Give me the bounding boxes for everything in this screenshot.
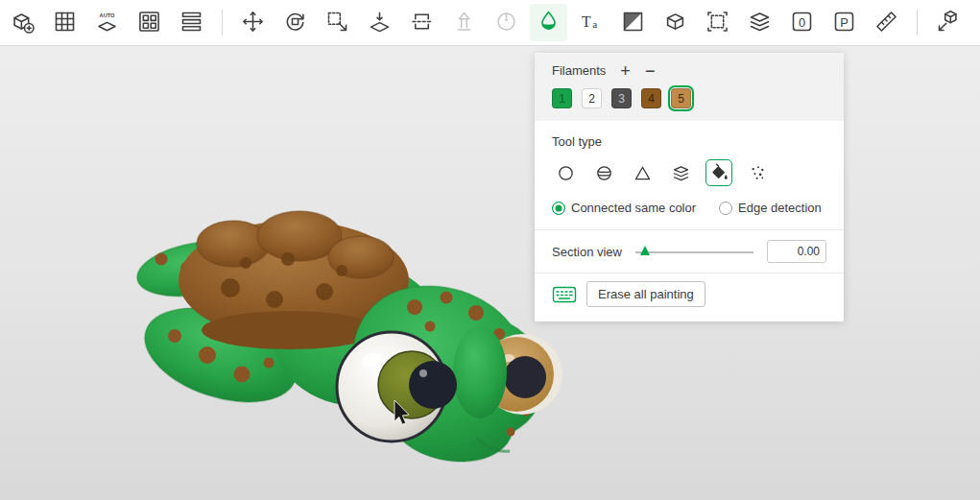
add-array-icon <box>52 9 78 37</box>
section-view-label: Section view <box>552 245 622 259</box>
top-toolbar: AUTOTa0P <box>0 0 980 46</box>
slider-thumb[interactable] <box>640 246 650 255</box>
toolbar-button-mesh-boolean[interactable] <box>657 4 694 41</box>
cut-icon <box>409 9 435 37</box>
toolbar-button-pattern[interactable] <box>614 4 652 41</box>
support-painting-icon <box>451 9 477 37</box>
add-filament-button[interactable]: + <box>620 64 631 78</box>
toolbar-button-layers[interactable] <box>741 4 778 41</box>
keyboard-shortcuts-icon[interactable] <box>552 285 577 304</box>
rotate-icon <box>282 9 308 37</box>
toolbar-button-auto-orient[interactable]: AUTO <box>88 4 126 41</box>
application-window: AUTOTa0P <box>0 0 980 500</box>
svg-text:AUTO: AUTO <box>100 12 115 18</box>
toolbar-button-move[interactable] <box>234 4 272 41</box>
add-object-icon <box>10 9 36 37</box>
toolbar-button-arrange[interactable] <box>131 4 168 41</box>
tool-triangle-button[interactable] <box>629 159 656 186</box>
tool-type-list <box>552 159 826 186</box>
option-label: Connected same color <box>571 201 696 215</box>
erase-all-painting-button[interactable]: Erase all painting <box>586 281 705 307</box>
toolbar-button-color-painting[interactable] <box>530 4 567 41</box>
tool-height-range-button[interactable] <box>667 159 694 186</box>
svg-text:P: P <box>840 14 849 29</box>
filament-swatch-list: 12345 <box>552 88 826 108</box>
color-painting-icon <box>536 9 562 37</box>
filament-swatch-3[interactable]: 3 <box>611 88 632 108</box>
slider-track <box>635 251 753 253</box>
filament-swatch-2[interactable]: 2 <box>582 88 602 108</box>
svg-text:a: a <box>592 17 597 29</box>
seam-painting-icon <box>493 9 519 37</box>
text-icon: Ta <box>578 9 604 37</box>
filament-swatch-4[interactable]: 4 <box>641 88 661 108</box>
assembly-view-icon <box>935 9 961 37</box>
layers-icon <box>747 9 773 37</box>
option-edge-detection[interactable]: Edge detection <box>719 201 822 215</box>
toolbar-button-scale[interactable] <box>319 4 356 41</box>
fill-icon <box>709 163 729 183</box>
toolbar-button-cut[interactable] <box>403 4 441 41</box>
transform-icon <box>705 9 730 37</box>
measure-icon <box>873 9 899 37</box>
toolbar-divider <box>222 10 223 36</box>
primitive-icon: P <box>831 9 857 37</box>
tool-gap-fill-button[interactable] <box>744 159 771 186</box>
toolbar-button-assembly-view[interactable] <box>929 4 967 41</box>
toolbar-button-zero[interactable]: 0 <box>783 4 821 41</box>
radio-icon <box>552 202 565 215</box>
toolbar-button-split-to-objects[interactable] <box>173 4 210 41</box>
triangle-icon <box>633 163 653 183</box>
gap-fill-icon <box>748 163 768 183</box>
filament-swatch-5[interactable]: 5 <box>671 88 691 108</box>
color-painting-panel: Filaments + − 12345 Tool type Connected … <box>535 53 844 321</box>
toolbar-button-place-on-face[interactable] <box>361 4 398 41</box>
toolbar-button-support-painting[interactable] <box>445 4 483 41</box>
section-view-input[interactable] <box>767 240 826 263</box>
move-icon <box>240 9 266 37</box>
scale-icon <box>324 9 350 37</box>
tool-fill-button[interactable] <box>705 159 732 186</box>
toolbar-divider <box>917 10 918 36</box>
section-view-row: Section view <box>535 230 844 273</box>
circle-icon <box>556 163 576 183</box>
fill-options: Connected same colorEdge detection <box>552 201 826 215</box>
remove-filament-button[interactable]: − <box>645 64 656 78</box>
auto-orient-icon: AUTO <box>94 9 120 37</box>
tool-type-label: Tool type <box>552 134 826 149</box>
toolbar-button-measure[interactable] <box>868 4 905 41</box>
place-on-face-icon <box>367 9 393 37</box>
split-to-objects-icon <box>179 9 204 37</box>
height-range-icon <box>671 163 691 183</box>
toolbar-button-transform[interactable] <box>699 4 736 41</box>
tool-circle-button[interactable] <box>552 159 579 186</box>
filaments-section: Filaments + − 12345 <box>535 53 844 121</box>
viewport-3d[interactable]: Filaments + − 12345 Tool type Connected … <box>0 46 980 500</box>
toolbar-button-add-array[interactable] <box>46 4 84 41</box>
option-connected-same-color[interactable]: Connected same color <box>552 201 696 215</box>
zero-icon: 0 <box>789 9 815 37</box>
toolbar-button-text[interactable]: Ta <box>572 4 610 41</box>
arrange-icon <box>136 9 162 37</box>
filaments-label: Filaments <box>552 63 606 78</box>
pattern-icon <box>620 9 646 37</box>
toolbar-button-seam-painting[interactable] <box>488 4 525 41</box>
section-view-slider[interactable] <box>635 245 753 258</box>
toolbar-button-add-object[interactable] <box>4 4 41 41</box>
sphere-icon <box>594 163 614 183</box>
option-label: Edge detection <box>738 201 822 215</box>
tool-sphere-button[interactable] <box>590 159 617 186</box>
turtle-right-eye[interactable] <box>453 326 562 418</box>
filament-swatch-1[interactable]: 1 <box>552 88 572 108</box>
svg-text:0: 0 <box>799 14 805 29</box>
toolbar-button-rotate[interactable] <box>276 4 314 41</box>
tool-type-section: Tool type Connected same colorEdge detec… <box>535 121 844 229</box>
toolbar-button-primitive[interactable]: P <box>825 4 863 41</box>
radio-icon <box>719 202 732 215</box>
mesh-boolean-icon <box>662 9 688 37</box>
erase-row: Erase all painting <box>535 274 844 321</box>
svg-text:T: T <box>582 12 591 29</box>
